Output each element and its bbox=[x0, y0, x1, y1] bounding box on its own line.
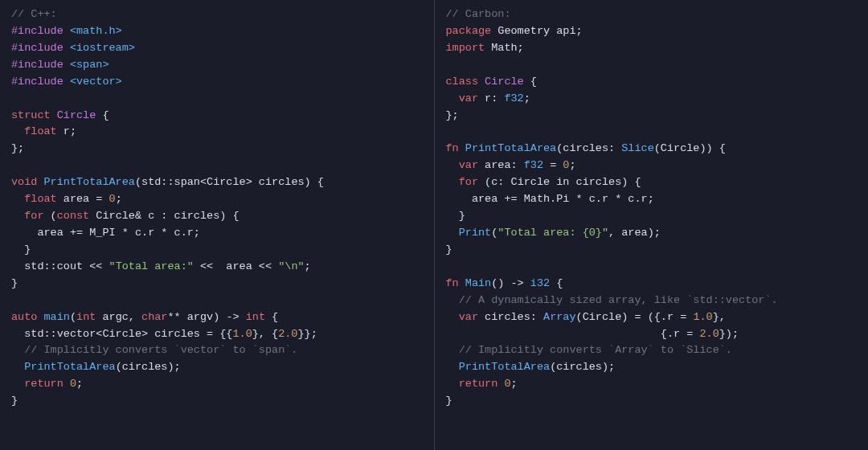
cpp-fn-printtotalarea: void bbox=[11, 176, 37, 188]
carbon-title-comment: // Carbon: bbox=[446, 8, 511, 20]
carbon-fn-main: fn bbox=[446, 277, 459, 289]
carbon-package: package bbox=[446, 25, 492, 37]
cpp-include-1: #include bbox=[11, 25, 63, 37]
cpp-include-4: #include bbox=[11, 76, 63, 88]
carbon-code-pane: // Carbon: package Geometry api; import … bbox=[435, 0, 869, 450]
carbon-fn-printtotalarea: fn bbox=[446, 142, 459, 154]
carbon-class-kw: class bbox=[446, 76, 479, 88]
cpp-struct-kw: struct bbox=[11, 109, 51, 121]
cpp-include-3: #include bbox=[11, 59, 63, 71]
cpp-code-pane: // C++: #include <math.h> #include <iost… bbox=[0, 0, 435, 450]
cpp-include-2: #include bbox=[11, 42, 63, 54]
cpp-fn-main: auto bbox=[11, 311, 37, 323]
carbon-import: import bbox=[446, 42, 485, 54]
cpp-title-comment: // C++: bbox=[11, 8, 57, 20]
